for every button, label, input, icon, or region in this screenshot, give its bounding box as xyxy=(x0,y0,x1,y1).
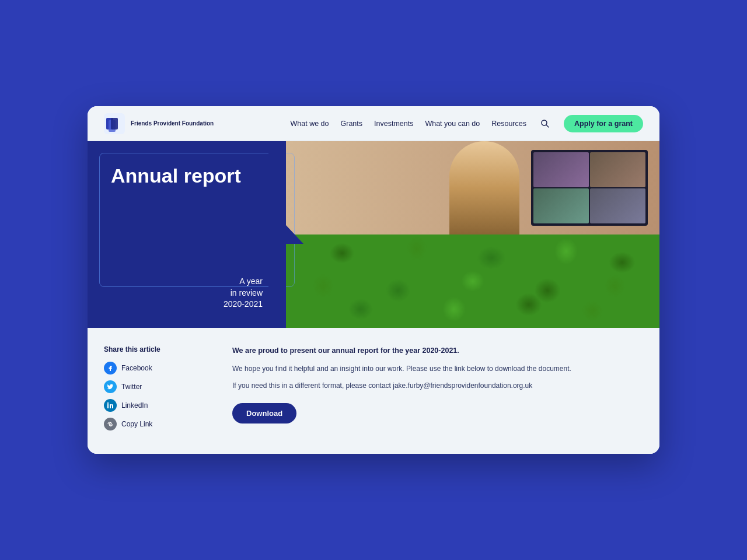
linkedin-icon xyxy=(104,399,117,412)
person-silhouette xyxy=(449,141,519,235)
browser-window: Friends Provident Foundation What we do … xyxy=(88,106,659,454)
svg-line-5 xyxy=(546,125,549,127)
share-linkedin[interactable]: LinkedIn xyxy=(104,399,209,412)
share-facebook[interactable]: Facebook xyxy=(104,362,209,374)
hero-title: Annual report xyxy=(111,164,263,187)
hero-subtitle: A year in review 2020-2021 xyxy=(111,276,263,310)
share-copy-link[interactable]: Copy Link xyxy=(104,418,209,430)
linkedin-label: LinkedIn xyxy=(121,401,148,410)
video-tile-4 xyxy=(590,188,645,223)
copy-link-icon xyxy=(104,418,117,430)
nav-links: What we do Grants Investments What you c… xyxy=(291,115,644,132)
hero-section: Annual report A year in review 2020-2021 xyxy=(88,141,659,328)
article-body-1: We hope you find it helpful and an insig… xyxy=(232,363,643,374)
monitor-screen xyxy=(531,150,648,226)
hero-images xyxy=(286,141,659,328)
moss-pattern xyxy=(286,235,659,328)
nav-resources[interactable]: Resources xyxy=(491,120,526,128)
facebook-label: Facebook xyxy=(121,364,152,372)
svg-rect-3 xyxy=(111,118,118,130)
content-section: Share this article Facebook Twitter xyxy=(88,328,659,454)
search-button[interactable] xyxy=(538,117,552,131)
video-call-scene xyxy=(286,141,659,235)
facebook-icon xyxy=(104,362,117,374)
twitter-icon xyxy=(104,380,117,393)
twitter-label: Twitter xyxy=(121,383,142,391)
nav-grants[interactable]: Grants xyxy=(341,120,363,128)
logo-area: Friends Provident Foundation xyxy=(104,113,214,134)
nav-investments[interactable]: Investments xyxy=(374,120,413,128)
svg-rect-6 xyxy=(107,404,109,408)
apply-for-grant-button[interactable]: Apply for a grant xyxy=(564,115,643,132)
hero-image-moss xyxy=(286,235,659,328)
article-intro: We are proud to present our annual repor… xyxy=(232,345,643,356)
video-tile-1 xyxy=(533,152,589,187)
share-twitter[interactable]: Twitter xyxy=(104,380,209,393)
share-column: Share this article Facebook Twitter xyxy=(104,345,209,436)
download-button[interactable]: Download xyxy=(232,403,296,424)
logo-icon xyxy=(104,113,125,134)
svg-point-7 xyxy=(107,402,109,404)
hero-image-video-call xyxy=(286,141,659,235)
logo-text: Friends Provident Foundation xyxy=(131,120,214,127)
nav-what-we-do[interactable]: What we do xyxy=(291,120,329,128)
nav-what-you-can-do[interactable]: What you can do xyxy=(425,120,480,128)
video-tile-2 xyxy=(590,152,645,187)
share-title: Share this article xyxy=(104,345,209,354)
hero-left-panel: Annual report A year in review 2020-2021 xyxy=(88,141,286,328)
navbar: Friends Provident Foundation What we do … xyxy=(88,106,659,141)
main-content: We are proud to present our annual repor… xyxy=(232,345,643,436)
article-body-2: If you need this in a different format, … xyxy=(232,380,643,391)
video-tile-3 xyxy=(533,188,589,223)
copy-link-label: Copy Link xyxy=(121,420,152,428)
